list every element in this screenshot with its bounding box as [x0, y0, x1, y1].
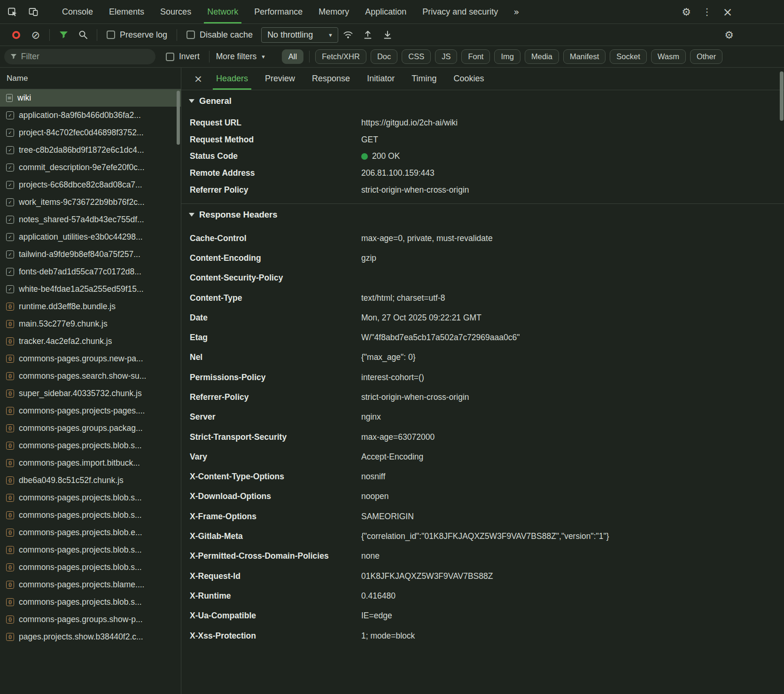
- filter-chip-css[interactable]: CSS: [402, 49, 431, 64]
- request-row[interactable]: runtime.dd3eff8e.bundle.js: [0, 298, 181, 315]
- header-name: Referrer-Policy: [190, 392, 361, 402]
- filter-chip-media[interactable]: Media: [525, 49, 559, 64]
- request-row[interactable]: commons-pages.projects.blob.s...: [0, 507, 181, 524]
- request-row[interactable]: super_sidebar.40335732.chunk.js: [0, 385, 181, 402]
- request-list-scrollbar[interactable]: [177, 90, 180, 694]
- more-filters-dropdown[interactable]: More filters ▾: [216, 52, 265, 62]
- filter-chip-js[interactable]: JS: [435, 49, 457, 64]
- close-details-icon[interactable]: ×: [189, 68, 208, 90]
- header-value: nosniff: [361, 472, 385, 482]
- request-row[interactable]: fonts-deb7ad1d55ca77c0172d8...: [0, 263, 181, 281]
- detail-tab-preview[interactable]: Preview: [256, 68, 303, 90]
- request-name: commons-pages.projects.blob.s...: [19, 510, 142, 520]
- request-row[interactable]: commons-pages.projects.blob.s...: [0, 593, 181, 611]
- request-row[interactable]: dbe6a049.8c51c52f.chunk.js: [0, 472, 181, 489]
- request-row[interactable]: commons-pages.projects.blob.s...: [0, 437, 181, 454]
- request-row[interactable]: commons-pages.projects.blob.s...: [0, 541, 181, 559]
- header-row: Permissions-Policyinterest-cohort=(): [181, 367, 784, 387]
- request-row[interactable]: commons-pages.projects.blob.s...: [0, 489, 181, 507]
- filter-input[interactable]: [21, 52, 149, 62]
- filter-chip-doc[interactable]: Doc: [371, 49, 397, 64]
- filter-input-box[interactable]: [4, 49, 155, 64]
- inspect-element-icon[interactable]: [2, 0, 23, 23]
- header-name: Date: [190, 313, 361, 323]
- network-conditions-icon[interactable]: [338, 24, 358, 46]
- request-row[interactable]: application_utilities-e3b0c44298...: [0, 228, 181, 246]
- detail-tab-timing[interactable]: Timing: [403, 68, 445, 90]
- filter-chip-img[interactable]: Img: [494, 49, 520, 64]
- general-section-header[interactable]: General: [181, 90, 784, 112]
- filter-chip-wasm[interactable]: Wasm: [651, 49, 686, 64]
- header-value: https://gitgud.io/2ch-ai/wiki: [361, 118, 458, 128]
- preserve-log-checkbox[interactable]: [107, 31, 115, 39]
- filter-toggle-icon[interactable]: [54, 24, 73, 46]
- request-row[interactable]: tracker.4ac2efa2.chunk.js: [0, 333, 181, 350]
- request-row[interactable]: wiki: [0, 89, 181, 107]
- filter-chip-fetch-xhr[interactable]: Fetch/XHR: [315, 49, 366, 64]
- request-row[interactable]: white-be4fdae1a25a255ed59f15...: [0, 281, 181, 298]
- request-row[interactable]: tree-c8b2da86bd9f1872e6c1dc4...: [0, 141, 181, 159]
- detail-tab-initiator[interactable]: Initiator: [358, 68, 403, 90]
- request-row[interactable]: commons-pages.groups.packag...: [0, 420, 181, 437]
- kebab-menu-icon[interactable]: ⋮: [698, 0, 716, 23]
- name-column-header[interactable]: Name: [0, 68, 181, 89]
- request-name: commons-pages.projects.blob.s...: [19, 545, 142, 555]
- record-network-log-icon[interactable]: [6, 24, 26, 46]
- more-tabs-icon[interactable]: »: [506, 0, 527, 23]
- request-row[interactable]: commons-pages.projects.blob.s...: [0, 559, 181, 576]
- header-value: 1; mode=block: [361, 631, 415, 641]
- filter-chip-font[interactable]: Font: [461, 49, 490, 64]
- device-toolbar-icon[interactable]: [23, 0, 44, 23]
- throttling-select[interactable]: No throttling ▾: [261, 27, 338, 43]
- request-row[interactable]: commons-pages.projects-pages....: [0, 402, 181, 420]
- request-row[interactable]: project-84c702fec0d46898f3752...: [0, 124, 181, 141]
- detail-tab-response[interactable]: Response: [303, 68, 358, 90]
- filter-chip-all[interactable]: All: [282, 49, 303, 64]
- export-har-icon[interactable]: [378, 24, 397, 46]
- clear-network-log-icon[interactable]: ⊘: [26, 24, 46, 46]
- invert-filter-control[interactable]: Invert: [166, 52, 200, 62]
- request-row[interactable]: notes_shared-57a4db43ec755df...: [0, 211, 181, 228]
- close-devtools-icon[interactable]: ×: [716, 0, 739, 23]
- request-row[interactable]: tailwind-a9fde9b8ef840a75f257...: [0, 246, 181, 263]
- request-row[interactable]: commons-pages.groups.new-pa...: [0, 350, 181, 367]
- import-har-icon[interactable]: [358, 24, 378, 46]
- filter-chip-socket[interactable]: Socket: [610, 49, 646, 64]
- request-row[interactable]: commons-pages.groups.show-p...: [0, 611, 181, 628]
- invert-checkbox[interactable]: [166, 53, 174, 61]
- request-row[interactable]: commons-pages.projects.blame....: [0, 576, 181, 593]
- tab-network[interactable]: Network: [199, 0, 246, 23]
- request-name: commit_description-9e7efe20f0c...: [19, 163, 145, 172]
- tab-privacy-and-security[interactable]: Privacy and security: [414, 0, 506, 23]
- filter-chip-manifest[interactable]: Manifest: [563, 49, 605, 64]
- script-icon: [6, 476, 14, 484]
- request-row[interactable]: commons-pages.projects.blob.e...: [0, 524, 181, 541]
- disable-cache-control[interactable]: Disable cache: [186, 30, 253, 40]
- request-row[interactable]: projects-6c68dbce82c8ad08ca7...: [0, 176, 181, 194]
- tab-performance[interactable]: Performance: [246, 0, 310, 23]
- disable-cache-checkbox[interactable]: [186, 31, 195, 39]
- search-icon[interactable]: [73, 24, 93, 46]
- tab-elements[interactable]: Elements: [101, 0, 152, 23]
- response-headers-section-header[interactable]: Response Headers: [181, 204, 784, 226]
- tab-memory[interactable]: Memory: [310, 0, 357, 23]
- tab-application[interactable]: Application: [357, 0, 414, 23]
- request-row[interactable]: commit_description-9e7efe20f0c...: [0, 159, 181, 176]
- network-settings-gear-icon[interactable]: ⚙: [719, 24, 739, 46]
- scrollbar-thumb[interactable]: [177, 91, 180, 145]
- request-row[interactable]: commons-pages.import.bitbuck...: [0, 454, 181, 472]
- filter-chip-other[interactable]: Other: [690, 49, 722, 64]
- tab-sources[interactable]: Sources: [152, 0, 199, 23]
- request-row[interactable]: main.53c277e9.chunk.js: [0, 315, 181, 333]
- request-row[interactable]: commons-pages.search.show-su...: [0, 367, 181, 385]
- detail-tab-cookies[interactable]: Cookies: [445, 68, 493, 90]
- details-scrollbar[interactable]: [780, 68, 784, 694]
- request-row[interactable]: application-8a9f6b466d0b36fa2...: [0, 107, 181, 124]
- settings-gear-icon[interactable]: ⚙: [675, 0, 698, 23]
- tab-console[interactable]: Console: [54, 0, 101, 23]
- scrollbar-thumb[interactable]: [780, 71, 784, 121]
- preserve-log-control[interactable]: Preserve log: [107, 30, 167, 40]
- detail-tab-headers[interactable]: Headers: [208, 68, 256, 90]
- request-row[interactable]: work_items-9c736722b9bb76f2c...: [0, 194, 181, 211]
- request-row[interactable]: pages.projects.show.b38440f2.c...: [0, 628, 181, 646]
